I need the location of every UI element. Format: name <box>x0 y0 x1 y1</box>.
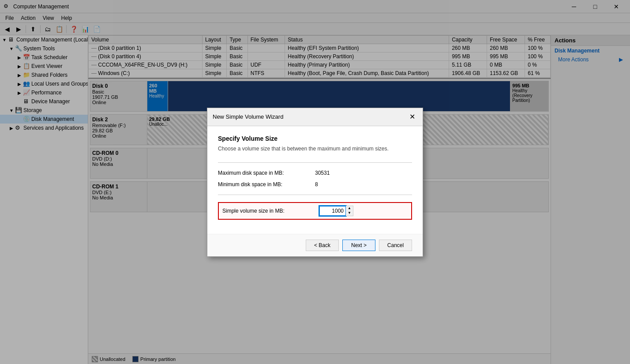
modal-title: New Simple Volume Wizard <box>213 113 283 120</box>
modal-max-label: Maximum disk space in MB: <box>218 170 315 176</box>
modal-body: Specify Volume Size Choose a volume size… <box>207 126 423 234</box>
next-button[interactable]: Next > <box>342 240 375 251</box>
modal-size-label: Simple volume size in MB: <box>222 208 319 214</box>
volume-size-spinner[interactable]: ▲ ▼ <box>319 206 353 216</box>
modal-min-label: Minimum disk space in MB: <box>218 181 315 188</box>
modal-close-button[interactable]: ✕ <box>407 112 417 122</box>
modal-max-value: 30531 <box>315 170 330 176</box>
modal-max-disk-row: Maximum disk space in MB: 30531 <box>218 170 412 176</box>
modal-heading: Specify Volume Size <box>218 135 412 142</box>
modal-footer: < Back Next > Cancel <box>207 234 423 256</box>
spin-up-button[interactable]: ▲ <box>346 206 353 211</box>
new-simple-volume-wizard: New Simple Volume Wizard ✕ Specify Volum… <box>207 108 423 257</box>
cancel-button[interactable]: Cancel <box>379 240 412 251</box>
modal-divider1 <box>218 162 412 163</box>
modal-min-value: 8 <box>315 181 318 188</box>
back-button[interactable]: < Back <box>306 240 339 251</box>
modal-min-disk-row: Minimum disk space in MB: 8 <box>218 181 412 188</box>
modal-overlay: New Simple Volume Wizard ✕ Specify Volum… <box>0 0 630 364</box>
modal-size-row: Simple volume size in MB: ▲ ▼ <box>218 202 412 220</box>
modal-titlebar: New Simple Volume Wizard ✕ <box>207 108 423 126</box>
modal-subtext: Choose a volume size that is between the… <box>218 146 412 152</box>
volume-size-input[interactable] <box>319 206 346 216</box>
spin-buttons: ▲ ▼ <box>346 206 353 216</box>
modal-divider2 <box>218 195 412 195</box>
spin-down-button[interactable]: ▼ <box>346 211 353 216</box>
